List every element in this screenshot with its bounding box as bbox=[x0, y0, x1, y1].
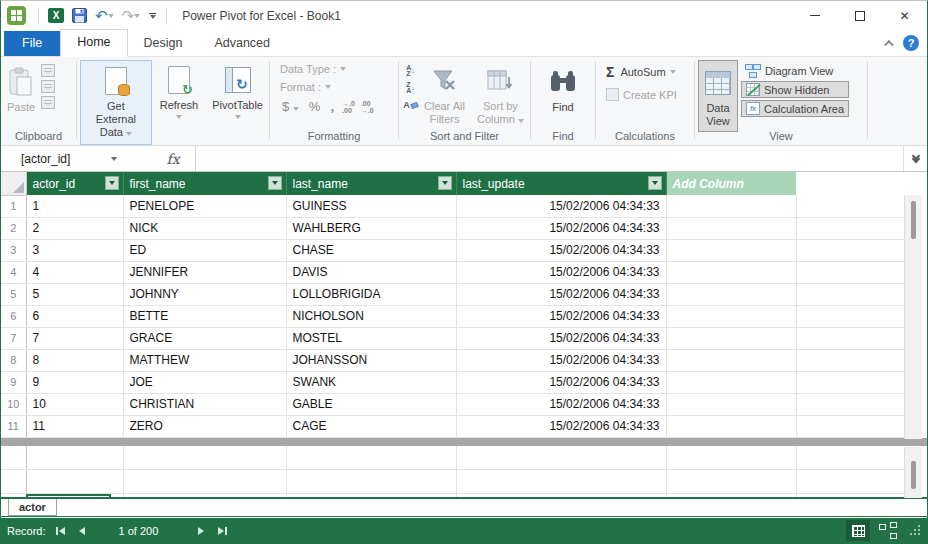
cell[interactable]: 1 bbox=[26, 195, 123, 217]
tab-file[interactable]: File bbox=[4, 31, 60, 56]
cell[interactable]: CAGE bbox=[286, 415, 456, 437]
find-button[interactable]: Find bbox=[531, 60, 595, 116]
cell[interactable]: MATTHEW bbox=[123, 349, 286, 371]
calculation-area-button[interactable]: fxCalculation Area bbox=[741, 100, 849, 117]
cell[interactable]: MOSTEL bbox=[286, 327, 456, 349]
column-header-first-name[interactable]: first_name bbox=[123, 172, 286, 195]
insert-function-button[interactable]: fx bbox=[151, 146, 196, 171]
last-record-button[interactable] bbox=[218, 527, 227, 535]
pane-splitter[interactable] bbox=[1, 438, 928, 446]
cell[interactable]: NICHOLSON bbox=[286, 305, 456, 327]
tab-design[interactable]: Design bbox=[128, 31, 199, 56]
calc-cell[interactable] bbox=[286, 446, 456, 470]
cell[interactable] bbox=[666, 283, 796, 305]
save-button[interactable] bbox=[68, 5, 91, 27]
grid-view-toggle[interactable] bbox=[846, 520, 870, 541]
calc-cell[interactable] bbox=[286, 470, 456, 494]
cell[interactable]: 15/02/2006 04:34:33 bbox=[456, 415, 666, 437]
cell[interactable] bbox=[666, 239, 796, 261]
paste-append-button[interactable] bbox=[41, 64, 55, 77]
select-all-corner[interactable] bbox=[1, 172, 26, 195]
row-number[interactable]: 2 bbox=[1, 217, 26, 239]
filter-dropdown-icon[interactable] bbox=[268, 176, 282, 190]
thousands-separator-button[interactable]: , bbox=[325, 99, 339, 114]
cell[interactable]: 8 bbox=[26, 349, 123, 371]
scrollbar-thumb[interactable] bbox=[911, 461, 916, 489]
create-kpi-button[interactable]: Create KPI bbox=[602, 87, 694, 102]
row-number[interactable]: 1 bbox=[1, 195, 26, 217]
diagram-view-toggle[interactable] bbox=[876, 520, 900, 541]
redo-button[interactable]: ↷ bbox=[118, 5, 145, 27]
increase-decimal-button[interactable]: →.0.00 bbox=[339, 100, 358, 114]
cell[interactable] bbox=[666, 327, 796, 349]
paste-replace-button[interactable] bbox=[41, 80, 55, 93]
first-record-button[interactable] bbox=[56, 527, 65, 535]
column-header-last-update[interactable]: last_update bbox=[456, 172, 666, 195]
minimize-button[interactable] bbox=[792, 1, 837, 30]
row-number[interactable]: 9 bbox=[1, 371, 26, 393]
add-column-header[interactable]: Add Column bbox=[666, 172, 796, 195]
collapse-ribbon-icon[interactable] bbox=[884, 39, 894, 49]
calc-cell[interactable] bbox=[666, 494, 796, 497]
maximize-button[interactable] bbox=[837, 1, 882, 30]
cell[interactable]: GABLE bbox=[286, 393, 456, 415]
clear-sort-button[interactable]: A bbox=[403, 98, 418, 112]
data-type-dropdown[interactable]: Data Type : bbox=[276, 62, 398, 76]
calc-cell[interactable] bbox=[456, 446, 666, 470]
cell[interactable]: 9 bbox=[26, 371, 123, 393]
cell[interactable]: JOHANSSON bbox=[286, 349, 456, 371]
vertical-scrollbar[interactable] bbox=[904, 195, 922, 439]
cell[interactable]: JENNIFER bbox=[123, 261, 286, 283]
calc-cell[interactable] bbox=[456, 470, 666, 494]
tab-advanced[interactable]: Advanced bbox=[198, 31, 286, 56]
percent-button[interactable]: % bbox=[304, 99, 326, 114]
cell[interactable]: NICK bbox=[123, 217, 286, 239]
filter-dropdown-icon[interactable] bbox=[105, 176, 119, 190]
cell[interactable]: JOE bbox=[123, 371, 286, 393]
cell[interactable]: 6 bbox=[26, 305, 123, 327]
row-number[interactable]: 5 bbox=[1, 283, 26, 305]
cell[interactable]: ZERO bbox=[123, 415, 286, 437]
cell[interactable]: 15/02/2006 04:34:33 bbox=[456, 393, 666, 415]
cell[interactable]: WAHLBERG bbox=[286, 217, 456, 239]
copy-button[interactable] bbox=[41, 96, 55, 109]
show-hidden-button[interactable]: Show Hidden bbox=[741, 81, 849, 98]
record-position[interactable]: 1 of 200 bbox=[119, 525, 159, 537]
cell[interactable]: 2 bbox=[26, 217, 123, 239]
cell[interactable]: 15/02/2006 04:34:33 bbox=[456, 261, 666, 283]
cell[interactable]: 15/02/2006 04:34:33 bbox=[456, 305, 666, 327]
sheet-tab-actor[interactable]: actor bbox=[8, 499, 57, 516]
cell[interactable]: 3 bbox=[26, 239, 123, 261]
expand-formula-bar-button[interactable] bbox=[903, 146, 927, 171]
cell[interactable]: CHASE bbox=[286, 239, 456, 261]
cell[interactable]: LOLLOBRIGIDA bbox=[286, 283, 456, 305]
cell[interactable]: 5 bbox=[26, 283, 123, 305]
filter-dropdown-icon[interactable] bbox=[648, 176, 662, 190]
column-header-last-name[interactable]: last_name bbox=[286, 172, 456, 195]
cell[interactable]: 15/02/2006 04:34:33 bbox=[456, 371, 666, 393]
calculation-area-selected-cell[interactable] bbox=[26, 494, 111, 497]
help-icon[interactable]: ? bbox=[903, 35, 919, 51]
cell[interactable] bbox=[666, 393, 796, 415]
cell[interactable]: SWANK bbox=[286, 371, 456, 393]
calc-cell[interactable] bbox=[666, 470, 796, 494]
calc-cell[interactable] bbox=[456, 494, 666, 497]
next-record-button[interactable] bbox=[198, 527, 204, 535]
calc-cell[interactable] bbox=[26, 446, 123, 470]
autosum-button[interactable]: ΣAutoSum bbox=[602, 63, 694, 81]
cell[interactable]: 15/02/2006 04:34:33 bbox=[456, 349, 666, 371]
calc-vertical-scrollbar[interactable] bbox=[904, 447, 922, 498]
name-box-dropdown-icon[interactable] bbox=[111, 157, 117, 161]
previous-record-button[interactable] bbox=[79, 527, 85, 535]
cell[interactable]: 15/02/2006 04:34:33 bbox=[456, 195, 666, 217]
redo-dropdown-icon[interactable] bbox=[134, 14, 140, 18]
cell[interactable]: 15/02/2006 04:34:33 bbox=[456, 283, 666, 305]
row-number[interactable]: 8 bbox=[1, 349, 26, 371]
cell[interactable]: JOHNNY bbox=[123, 283, 286, 305]
customize-qat-button[interactable] bbox=[144, 13, 161, 19]
calc-cell[interactable] bbox=[286, 494, 456, 497]
cell[interactable]: 7 bbox=[26, 327, 123, 349]
cell[interactable]: GRACE bbox=[123, 327, 286, 349]
cell[interactable]: 4 bbox=[26, 261, 123, 283]
cell[interactable]: 15/02/2006 04:34:33 bbox=[456, 217, 666, 239]
